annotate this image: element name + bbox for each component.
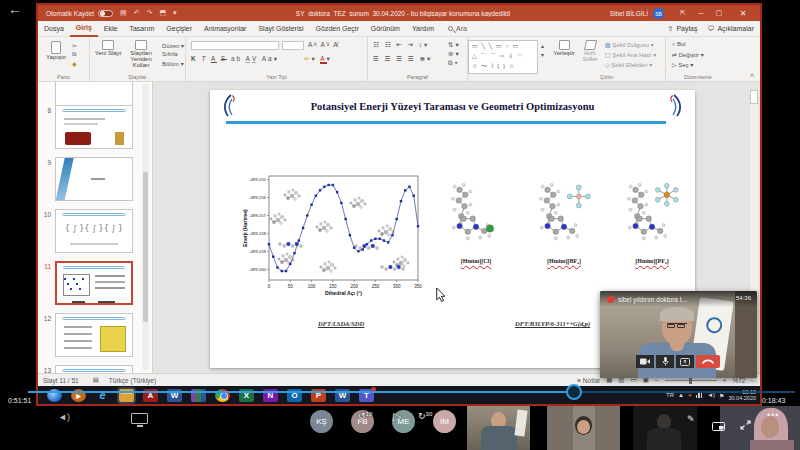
maximize-button[interactable]: ▢ bbox=[710, 5, 728, 21]
reset-button[interactable]: Sıfırla bbox=[162, 51, 178, 57]
start-presentation-icon[interactable]: ⬒ bbox=[159, 9, 166, 17]
copy-icon[interactable]: ⧉ bbox=[72, 51, 76, 58]
zoom-slider[interactable] bbox=[665, 380, 717, 381]
screen-share-icon[interactable] bbox=[131, 413, 148, 424]
molecule-inset bbox=[283, 245, 286, 248]
quick-styles-button[interactable]: Hızlı Stiller bbox=[577, 40, 603, 62]
annotate-pencil-icon[interactable]: ✎ bbox=[687, 414, 695, 424]
video-call-window[interactable]: sibel yıldırım doktora t... 54:36 bbox=[600, 291, 757, 378]
alignment-icons[interactable]: ☰ ☰ ☰ ☰ ≣▾ bbox=[373, 55, 432, 63]
redo-icon[interactable]: ↷ bbox=[147, 9, 153, 17]
shape-effects-button[interactable]: ◇ Şekil Efektleri ▾ bbox=[605, 61, 652, 68]
participant-avatar-İM[interactable]: İM bbox=[433, 410, 456, 433]
comments-button[interactable]: 🗩 Açıklamalar bbox=[707, 25, 754, 33]
collapse-ribbon-icon[interactable]: ˄ bbox=[750, 72, 754, 79]
reuse-slides-button[interactable]: Slaytları Yeniden Kullan bbox=[122, 40, 160, 68]
slide-thumbnail-8[interactable] bbox=[55, 105, 133, 149]
account-avatar[interactable]: SB bbox=[653, 8, 664, 19]
section-button[interactable]: Bölüm ▾ bbox=[162, 60, 184, 67]
quick-access-more-icon[interactable]: ▾ bbox=[173, 9, 177, 17]
shapes-scroll-down-icon[interactable]: ▾ bbox=[541, 51, 544, 58]
tab-giriş[interactable]: Giriş bbox=[70, 21, 98, 37]
molecule-inset bbox=[403, 265, 406, 268]
participant-video-4[interactable] bbox=[720, 406, 800, 450]
smartart-icon[interactable]: ⧉▾ bbox=[448, 59, 459, 67]
paste-button[interactable]: Yapıştır bbox=[46, 41, 66, 60]
font-size-combo[interactable] bbox=[282, 41, 304, 50]
tab-animasyonlar[interactable]: Animasyonlar bbox=[198, 21, 252, 37]
new-slide-button[interactable]: Yeni Slayt bbox=[94, 40, 122, 56]
microphone-button[interactable] bbox=[656, 355, 674, 368]
tab-görünüm[interactable]: Görünüm bbox=[365, 21, 406, 37]
tab-geçişler[interactable]: Geçişler bbox=[160, 21, 198, 37]
screen-share-button[interactable] bbox=[676, 355, 694, 368]
back-arrow-icon[interactable]: ← bbox=[8, 1, 22, 17]
playback-progress bbox=[28, 391, 567, 393]
speaker-icon[interactable]: ◄) bbox=[58, 412, 70, 422]
select-button[interactable]: ▷ Seç ▾ bbox=[672, 61, 693, 68]
autosave-toggle[interactable] bbox=[98, 10, 113, 17]
tab-gözden-geçir[interactable]: Gözden Geçir bbox=[310, 21, 365, 37]
share-button[interactable]: ⇧ Paylaş bbox=[668, 25, 698, 33]
slide-thumbnail-10[interactable]: { ∫ }{ ∫ }{ ∫ } bbox=[55, 209, 133, 253]
text-direction-icon[interactable]: ⇅▾ bbox=[448, 41, 461, 49]
forward-30-button[interactable]: ↻30 bbox=[418, 411, 432, 421]
font-name-combo[interactable] bbox=[191, 41, 279, 50]
tab-ekle[interactable]: Ekle bbox=[98, 21, 124, 37]
find-button[interactable]: ⌕ Bul bbox=[672, 41, 686, 48]
notes-button[interactable]: ≡ Notlar bbox=[577, 377, 600, 384]
ribbon-display-options-icon[interactable]: ⇱ bbox=[674, 5, 692, 21]
molecule-inset bbox=[280, 215, 283, 218]
slide-thumbnail-11[interactable] bbox=[55, 261, 133, 305]
slide-thumbnail-9[interactable] bbox=[55, 157, 133, 201]
thumbnail-scrollbar[interactable] bbox=[142, 84, 149, 370]
close-button[interactable]: ✕ bbox=[734, 5, 752, 21]
camera-button[interactable] bbox=[636, 355, 654, 368]
slide-thumbnail-13[interactable] bbox=[55, 365, 133, 373]
tell-me-search[interactable]: Ara bbox=[448, 25, 467, 32]
tab-yardım[interactable]: Yardım bbox=[406, 21, 440, 37]
list-indent-icons[interactable]: ☷ ☷ ⇤ ⇥ ↕▾ bbox=[373, 41, 429, 49]
shape-outline-button[interactable]: ▢ Şekil Ana Hattı ▾ bbox=[605, 51, 656, 58]
svg-text:-499,157: -499,157 bbox=[249, 213, 267, 218]
font-style-buttons[interactable]: K T A S ab A̲V̲ Aa▾ bbox=[191, 55, 279, 63]
rewind-10-button[interactable]: ↺10 bbox=[358, 411, 372, 421]
more-options-icon[interactable]: ••• bbox=[767, 410, 779, 420]
align-text-icon[interactable]: ⊜▾ bbox=[448, 50, 461, 58]
molecule-inset bbox=[359, 247, 362, 250]
highlight-fontcolor-icons[interactable]: ✏▾ A▾ bbox=[304, 55, 332, 63]
molecule-inset bbox=[326, 223, 329, 226]
cut-icon[interactable]: ✂ bbox=[72, 42, 77, 49]
replace-button[interactable]: ⇄ Değiştir ▾ bbox=[672, 51, 704, 58]
hang-up-button[interactable] bbox=[696, 355, 720, 368]
account-name[interactable]: Sibel BİLGİLİ bbox=[610, 10, 648, 17]
tab-dosya[interactable]: Dosya bbox=[38, 21, 70, 37]
font-grow-shrink-icons[interactable]: A˄ A˅ A̸ bbox=[308, 41, 339, 48]
shape-fill-button[interactable]: ▨ Şekil Dolgusu ▾ bbox=[605, 41, 654, 48]
arrange-button[interactable]: Yerleştir bbox=[551, 40, 577, 56]
save-icon[interactable]: ▤ bbox=[120, 9, 127, 17]
spell-check-icon[interactable]: ▤ bbox=[93, 376, 99, 384]
slide-thumbnail-12[interactable] bbox=[55, 313, 133, 357]
scroll-up-box[interactable] bbox=[750, 90, 758, 104]
tab-slayt-gösterisi[interactable]: Slayt Gösterisi bbox=[252, 21, 309, 37]
playback-scrubber[interactable] bbox=[566, 384, 582, 400]
participant-video-1[interactable] bbox=[467, 406, 530, 450]
molecule-inset bbox=[284, 258, 288, 262]
svg-text:100: 100 bbox=[308, 284, 316, 289]
format-painter-icon[interactable]: ◆ bbox=[72, 60, 77, 67]
participant-video-2[interactable] bbox=[547, 406, 620, 450]
language-indicator[interactable]: Türkçe (Türkiye) bbox=[109, 377, 156, 384]
tab-tasarım[interactable]: Tasarım bbox=[123, 21, 160, 37]
picture-in-picture-icon[interactable] bbox=[712, 417, 725, 435]
minimize-button[interactable]: ─ bbox=[692, 5, 710, 21]
undo-icon[interactable]: ↶ bbox=[134, 9, 140, 17]
slide-thumbnail-panel[interactable]: 8910{ ∫ }{ ∫ }{ ∫ }111213 bbox=[38, 82, 153, 373]
svg-text:350: 350 bbox=[414, 284, 422, 289]
participant-video-3[interactable] bbox=[633, 406, 697, 450]
shapes-scroll-up-icon[interactable]: ▴ bbox=[541, 42, 544, 49]
fullscreen-icon[interactable] bbox=[740, 416, 751, 434]
participant-avatar-KŞ[interactable]: KŞ bbox=[310, 410, 333, 433]
layout-button[interactable]: Düzen ▾ bbox=[162, 42, 184, 49]
play-button[interactable]: ▷ bbox=[393, 410, 401, 423]
